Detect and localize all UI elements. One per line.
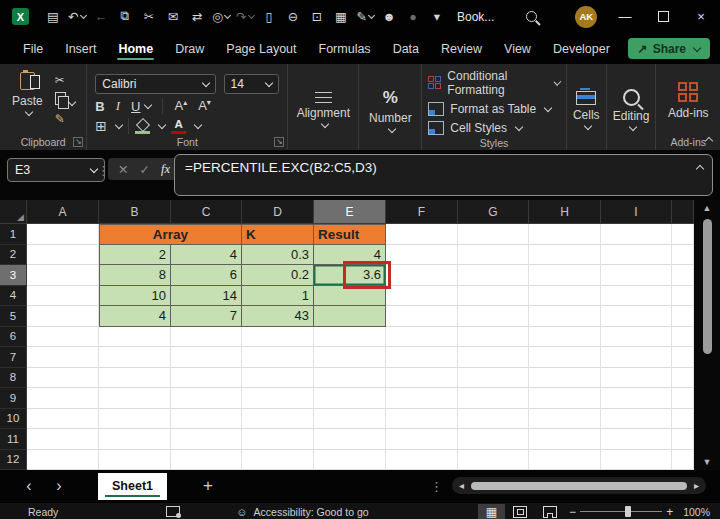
row-header-11[interactable]: 11 xyxy=(0,429,27,450)
font-dialog-launcher-icon[interactable]: ↘ xyxy=(274,137,284,147)
cell-A12[interactable] xyxy=(27,450,99,471)
cell-D12[interactable] xyxy=(242,450,314,471)
cell-B2[interactable]: 2 xyxy=(99,245,171,266)
cell-G9[interactable] xyxy=(458,388,529,409)
cell-G7[interactable] xyxy=(458,347,529,368)
font-color-button[interactable]: A xyxy=(171,118,186,134)
formula-input[interactable]: =PERCENTILE.EXC(B2:C5,D3) xyxy=(174,154,713,196)
cell-C11[interactable] xyxy=(171,429,242,450)
insert-function-icon[interactable]: fx xyxy=(161,162,170,177)
cell-G3[interactable] xyxy=(458,265,529,286)
cell-H10[interactable] xyxy=(529,409,601,430)
cell-B3[interactable]: 8 xyxy=(99,265,171,286)
cell-F8[interactable] xyxy=(386,368,458,389)
paste-button[interactable]: Paste xyxy=(0,69,53,133)
cell-I7[interactable] xyxy=(601,347,672,368)
tab-review[interactable]: Review xyxy=(430,33,493,64)
cell-B7[interactable] xyxy=(99,347,171,368)
cell-B12[interactable] xyxy=(99,450,171,471)
cell-F4[interactable] xyxy=(386,286,458,307)
cell-partial-11[interactable] xyxy=(672,429,694,450)
cell-B5[interactable]: 4 xyxy=(99,306,171,327)
minimize-button[interactable]: — xyxy=(606,0,644,33)
row-header-9[interactable]: 9 xyxy=(0,388,27,409)
cell-D10[interactable] xyxy=(242,409,314,430)
cell-B9[interactable] xyxy=(99,388,171,409)
column-header-H[interactable]: H xyxy=(529,200,601,224)
workbook-stats-icon[interactable]: ▦ xyxy=(329,9,353,24)
column-header-A[interactable]: A xyxy=(27,200,99,224)
underline-button[interactable]: U xyxy=(131,99,140,114)
cell-H1[interactable] xyxy=(529,224,601,245)
cell-partial-1[interactable] xyxy=(672,224,694,245)
cell-H11[interactable] xyxy=(529,429,601,450)
cell-D5[interactable]: 43 xyxy=(242,306,314,327)
row-header-2[interactable]: 2 xyxy=(0,245,27,266)
row-header-4[interactable]: 4 xyxy=(0,286,27,307)
draw-icon[interactable]: ✎ xyxy=(353,9,377,24)
column-header-E[interactable]: E xyxy=(314,200,386,224)
cell-D6[interactable] xyxy=(242,327,314,348)
cell-H5[interactable] xyxy=(529,306,601,327)
cell-E9[interactable] xyxy=(314,388,386,409)
column-header-F[interactable]: F xyxy=(386,200,458,224)
camera-icon[interactable]: ⊡ xyxy=(305,9,329,24)
cell-H8[interactable] xyxy=(529,368,601,389)
account-avatar[interactable]: AK xyxy=(575,6,597,28)
cell-F7[interactable] xyxy=(386,347,458,368)
sheet-tab[interactable]: Sheet1 xyxy=(98,473,167,500)
cell-H2[interactable] xyxy=(529,245,601,266)
cell-E3[interactable]: 3.6 xyxy=(314,265,386,286)
record-icon[interactable]: ● xyxy=(401,10,425,24)
zoom-out-button[interactable]: − xyxy=(569,505,576,519)
cell-G11[interactable] xyxy=(458,429,529,450)
cell-H12[interactable] xyxy=(529,450,601,471)
column-header-D[interactable]: D xyxy=(242,200,314,224)
cancel-icon[interactable]: ✕ xyxy=(118,162,128,177)
format-painter-button[interactable]: ✎ xyxy=(55,112,75,126)
row-header-7[interactable]: 7 xyxy=(0,347,27,368)
email-edit-icon[interactable]: ✉ xyxy=(161,9,185,24)
share-button[interactable]: ↗ Share xyxy=(628,38,710,59)
cell-A7[interactable] xyxy=(27,347,99,368)
cell-H4[interactable] xyxy=(529,286,601,307)
editing-group[interactable]: Editing xyxy=(607,64,657,150)
cell-I4[interactable] xyxy=(601,286,672,307)
cell-A5[interactable] xyxy=(27,306,99,327)
cell-D9[interactable] xyxy=(242,388,314,409)
cell-C12[interactable] xyxy=(171,450,242,471)
tab-draw[interactable]: Draw xyxy=(164,33,215,64)
format-as-table-button[interactable]: Format as Table xyxy=(428,102,559,116)
scroll-left-icon[interactable]: ◂ xyxy=(459,480,464,491)
cell-A4[interactable] xyxy=(27,286,99,307)
row-header-3[interactable]: 3 xyxy=(0,265,27,286)
bold-button[interactable]: B xyxy=(95,99,104,114)
cell-F2[interactable] xyxy=(386,245,458,266)
cell-C6[interactable] xyxy=(171,327,242,348)
page-break-view-button[interactable] xyxy=(535,505,565,519)
sheet-bar-dots-icon[interactable]: ⋮ xyxy=(430,479,443,494)
alignment-group[interactable]: Alignment xyxy=(288,64,359,150)
cell-E8[interactable] xyxy=(314,368,386,389)
row-header-6[interactable]: 6 xyxy=(0,327,27,348)
cell-partial-7[interactable] xyxy=(672,347,694,368)
cell-C10[interactable] xyxy=(171,409,242,430)
cell-partial-10[interactable] xyxy=(672,409,694,430)
search-icon[interactable] xyxy=(526,8,537,26)
tab-insert[interactable]: Insert xyxy=(54,33,107,64)
cell-B11[interactable] xyxy=(99,429,171,450)
cell-I2[interactable] xyxy=(601,245,672,266)
cell-I10[interactable] xyxy=(601,409,672,430)
cell-C8[interactable] xyxy=(171,368,242,389)
cell-G8[interactable] xyxy=(458,368,529,389)
column-header-B[interactable]: B xyxy=(99,200,171,224)
italic-button[interactable]: I xyxy=(116,98,120,114)
vertical-scrollbar-thumb[interactable] xyxy=(703,219,712,354)
cell-partial-2[interactable] xyxy=(672,245,694,266)
cell-D1[interactable]: K xyxy=(242,224,314,245)
cell-B6[interactable] xyxy=(99,327,171,348)
cell-E6[interactable] xyxy=(314,327,386,348)
cell-C4[interactable]: 14 xyxy=(171,286,242,307)
cell-partial-12[interactable] xyxy=(672,450,694,471)
tab-data[interactable]: Data xyxy=(382,33,430,64)
